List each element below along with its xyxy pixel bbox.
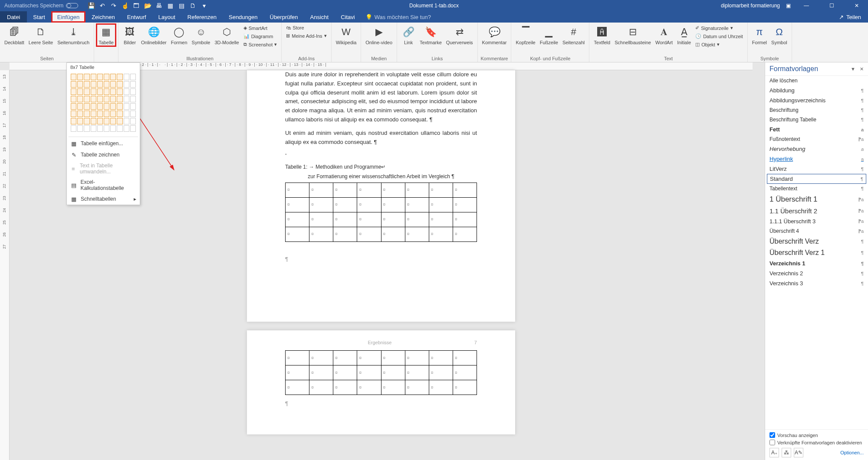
grid-cell[interactable] <box>91 96 96 102</box>
bookmark-button[interactable]: 🔖Textmarke <box>418 24 444 46</box>
style-item[interactable]: Hyperlinka <box>765 154 868 164</box>
3d-models-button[interactable]: ⬡3D-Modelle <box>213 24 240 46</box>
style-item[interactable]: Abbildung¶ <box>765 85 868 95</box>
online-video-button[interactable]: ▶Online-video <box>364 24 394 46</box>
tab-design[interactable]: Entwurf <box>121 11 152 23</box>
grid-cell[interactable] <box>124 81 129 88</box>
grid-cell[interactable] <box>104 88 109 95</box>
styles-pane-dropdown-icon[interactable]: ▼ <box>851 66 855 72</box>
grid-cell[interactable] <box>124 96 129 102</box>
textbox-button[interactable]: 🅰Textfeld <box>592 24 612 46</box>
symbol-button[interactable]: ΩSymbol <box>769 24 789 46</box>
tab-view[interactable]: Ansicht <box>304 11 335 23</box>
grid-cell[interactable] <box>104 81 109 88</box>
comment-button[interactable]: 💬Kommentar <box>480 24 509 46</box>
pictures-button[interactable]: 🖼Bilder <box>121 24 138 46</box>
grid-cell[interactable] <box>97 81 103 88</box>
grid-cell[interactable] <box>130 88 136 95</box>
grid-cell[interactable] <box>71 96 76 102</box>
grid-cell[interactable] <box>124 118 129 124</box>
style-item[interactable]: Überschrift 4⁋a <box>765 226 868 236</box>
tab-insert[interactable]: Einfügen <box>51 11 85 23</box>
style-item[interactable]: 1.1 Überschrift 2⁋a <box>765 206 868 216</box>
open-icon[interactable]: 📂 <box>144 2 151 9</box>
table-caption-sub[interactable]: zur Formatierung einer wissenschaftliche… <box>285 173 477 181</box>
paragraph-2[interactable]: Ut enim ad minim veniam, quis nostrud ex… <box>285 129 477 147</box>
style-item[interactable]: Überschrift Verz 1¶ <box>765 247 868 258</box>
grid-cell[interactable] <box>104 103 109 110</box>
grid-cell[interactable] <box>130 81 136 88</box>
grid-cell[interactable] <box>117 125 122 132</box>
inserted-table-2[interactable]: ¤¤¤¤¤¤¤¤ ¤¤¤¤¤¤¤¤ ¤¤¤¤¤¤¤¤ <box>285 350 477 395</box>
crossref-button[interactable]: ⇄Querverweis <box>444 24 475 46</box>
signature-button[interactable]: ✐ Signaturzeile ▾ <box>694 24 745 32</box>
myaddins-button[interactable]: ⊞ Meine Add-Ins ▾ <box>284 32 328 39</box>
tab-citavi[interactable]: Citavi <box>335 11 361 23</box>
pagenumber-button[interactable]: #Seitenzahl <box>561 24 586 46</box>
grid-cell[interactable] <box>124 125 129 132</box>
style-item[interactable]: 1 Überschrift 1⁋a <box>765 193 868 206</box>
grid-cell[interactable] <box>91 118 96 124</box>
grid-cell[interactable] <box>110 125 116 132</box>
grid-cell[interactable] <box>91 81 96 88</box>
blank-page-button[interactable]: 🗋Leere Seite <box>27 24 55 46</box>
grid-cell[interactable] <box>71 74 76 80</box>
header-button[interactable]: ▔Kopfzeile <box>514 24 537 46</box>
undo-icon[interactable]: ↶ <box>99 2 106 9</box>
dropcap-button[interactable]: A̲Initiale <box>675 24 693 46</box>
user-name[interactable]: diplomarbeit formatierung <box>721 3 780 9</box>
online-pictures-button[interactable]: 🌐Onlinebilder <box>139 24 168 46</box>
style-item[interactable]: Standard¶ <box>767 174 866 184</box>
grid-cell[interactable] <box>117 118 122 124</box>
grid-cell[interactable] <box>77 74 83 80</box>
grid-cell[interactable] <box>84 118 89 124</box>
grid-cell[interactable] <box>97 125 103 132</box>
grid-cell[interactable] <box>124 103 129 110</box>
save-icon[interactable]: 💾 <box>88 2 95 9</box>
style-item[interactable]: Fetta <box>765 124 868 134</box>
style-item[interactable]: Verzeichnis 3¶ <box>765 278 868 288</box>
style-item[interactable]: Überschrift Verz¶ <box>765 236 868 247</box>
grid-cell[interactable] <box>130 111 136 117</box>
grid-cell[interactable] <box>97 88 103 95</box>
grid-cell[interactable] <box>104 118 109 124</box>
grid-cell[interactable] <box>84 81 89 88</box>
screenshot-button[interactable]: ⧉ Screenshot ▾ <box>242 41 279 48</box>
table-button[interactable]: ▦Tabelle <box>97 24 115 46</box>
autosave-toggle[interactable]: Automatisches Speichern <box>4 3 78 9</box>
smartart-button[interactable]: ◈ SmartArt <box>242 24 279 32</box>
minimize-button[interactable]: — <box>797 0 816 11</box>
grid-cell[interactable] <box>71 88 76 95</box>
grid-cell[interactable] <box>77 103 83 110</box>
grid-cell[interactable] <box>84 125 89 132</box>
tab-mailings[interactable]: Sendungen <box>223 11 264 23</box>
wordart-button[interactable]: 𝐀WordArt <box>654 24 674 46</box>
style-item[interactable]: Verzeichnis 2¶ <box>765 268 868 278</box>
grid-cell[interactable] <box>110 81 116 88</box>
grid-cell[interactable] <box>110 103 116 110</box>
grid-cell[interactable] <box>97 118 103 124</box>
grid-cell[interactable] <box>124 88 129 95</box>
grid-cell[interactable] <box>117 96 122 102</box>
ribbon-display-icon[interactable]: ▣ <box>786 3 791 9</box>
grid-cell[interactable] <box>71 125 76 132</box>
preview-checkbox[interactable]: Vorschau anzeigen <box>769 432 864 438</box>
equation-button[interactable]: πFormel <box>750 24 769 46</box>
qat-more-icon[interactable]: ▾ <box>201 2 207 9</box>
disable-linked-checkbox[interactable]: Verknüpfte Formatvorlagen deaktivieren <box>769 440 864 445</box>
preview-icon[interactable]: 🗔 <box>133 2 140 9</box>
style-item[interactable]: Beschriftung Tabelle¶ <box>765 115 868 124</box>
quickparts-button[interactable]: ⊟Schnellbausteine <box>613 24 653 46</box>
wikipedia-button[interactable]: WWikipedia <box>334 24 358 46</box>
style-item[interactable]: Beschriftung¶ <box>765 105 868 115</box>
table-icon[interactable]: ▦ <box>167 2 174 9</box>
grid-cell[interactable] <box>97 96 103 102</box>
page-1[interactable]: Duis aute irure dolor in reprehenderit i… <box>247 70 515 322</box>
vertical-ruler[interactable]: 131415161718192021222324252627 <box>0 70 10 460</box>
grid-cell[interactable] <box>117 103 122 110</box>
grid-cell[interactable] <box>91 103 96 110</box>
datetime-button[interactable]: 🕓 Datum und Uhrzeit <box>694 33 745 40</box>
quick-tables-menu[interactable]: ▦Schnelltabellen▸ <box>67 193 140 205</box>
link-button[interactable]: 🔗Link <box>400 24 417 46</box>
object-button[interactable]: ◫ Objekt ▾ <box>694 41 745 48</box>
